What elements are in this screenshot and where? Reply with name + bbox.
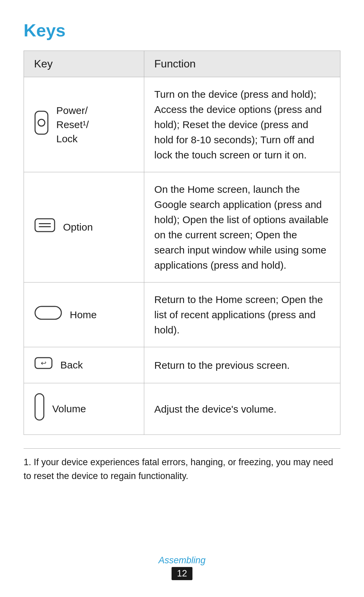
key-cell-option: Option: [24, 172, 144, 282]
volume-icon: [34, 393, 45, 425]
footer-label: Assembling: [0, 555, 364, 566]
page-number: 12: [172, 567, 192, 580]
power-icon: [34, 110, 49, 139]
svg-rect-0: [35, 111, 48, 134]
option-icon: [34, 218, 56, 237]
page-title: Keys: [24, 20, 340, 40]
key-label-power: Power/Reset¹/Lock: [56, 103, 89, 146]
table-header-key: Key: [24, 51, 144, 77]
keys-table: Key Function Power/Reset¹/LockTurn on th…: [24, 51, 340, 435]
svg-rect-8: [35, 394, 44, 420]
key-label-option: Option: [63, 220, 93, 234]
page-footer: Assembling 12: [0, 555, 364, 580]
svg-rect-2: [35, 219, 55, 232]
svg-rect-5: [35, 306, 61, 319]
function-cell-home: Return to the Home screen; Open the list…: [144, 282, 340, 347]
function-cell-power: Turn on the device (press and hold); Acc…: [144, 77, 340, 172]
svg-rect-4: [39, 226, 51, 227]
function-cell-back: Return to the previous screen.: [144, 347, 340, 383]
key-label-home: Home: [70, 308, 97, 322]
footnote-divider: [24, 448, 340, 449]
table-header-function: Function: [144, 51, 340, 77]
footnote-text: 1. If your device experiences fatal erro…: [24, 455, 340, 483]
key-cell-volume: Volume: [24, 383, 144, 435]
svg-rect-3: [39, 223, 51, 224]
key-cell-back: ↩ Back: [24, 347, 144, 383]
home-icon: [34, 305, 62, 324]
svg-text:↩: ↩: [41, 359, 47, 367]
back-icon: ↩: [34, 357, 53, 374]
key-label-volume: Volume: [52, 402, 86, 416]
function-cell-option: On the Home screen, launch the Google se…: [144, 172, 340, 282]
function-cell-volume: Adjust the device's volume.: [144, 383, 340, 435]
key-label-back: Back: [60, 358, 83, 372]
key-cell-power: Power/Reset¹/Lock: [24, 77, 144, 172]
key-cell-home: Home: [24, 282, 144, 347]
svg-point-1: [38, 119, 45, 126]
